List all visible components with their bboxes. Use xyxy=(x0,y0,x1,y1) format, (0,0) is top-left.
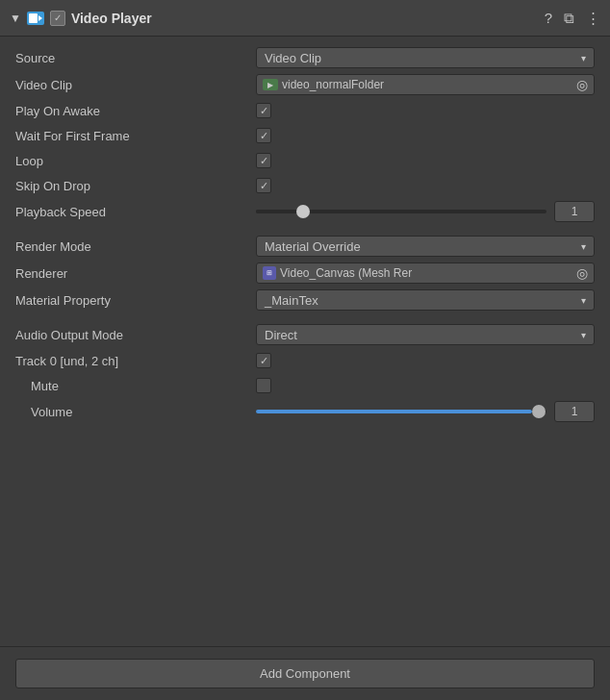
render-mode-value: Material Override xyxy=(265,239,361,254)
wait-first-frame-checkbox[interactable]: ✓ xyxy=(256,128,271,143)
volume-label: Volume xyxy=(15,405,256,419)
spacer-1 xyxy=(0,225,610,233)
video-clip-label: Video Clip xyxy=(15,78,256,92)
spacer-3 xyxy=(0,425,610,433)
source-control: Video Clip ▾ xyxy=(256,47,595,68)
render-mode-row: Render Mode Material Override ▾ xyxy=(0,233,610,260)
mute-checkbox[interactable] xyxy=(256,378,271,393)
material-property-value: _MainTex xyxy=(265,293,318,308)
skip-on-drop-checkmark: ✓ xyxy=(260,180,268,192)
component-header: ▼ ✓ Video Player ? ⧉ ⋮ xyxy=(0,0,610,37)
volume-row: Volume 1 xyxy=(0,398,610,425)
source-row: Source Video Clip ▾ xyxy=(0,44,610,71)
mute-control xyxy=(256,378,595,393)
video-clip-row: Video Clip ▶ video_normalFolder ◎ xyxy=(0,71,610,98)
mute-row: Mute xyxy=(0,373,610,398)
audio-output-mode-value: Direct xyxy=(265,328,297,342)
renderer-target-icon[interactable]: ◎ xyxy=(576,265,588,281)
renderer-row: Renderer ⊞ Video_Canvas (Mesh Rer ◎ xyxy=(0,260,610,287)
render-mode-control: Material Override ▾ xyxy=(256,236,595,257)
material-property-dropdown-arrow: ▾ xyxy=(581,295,586,306)
volume-fill xyxy=(256,410,532,413)
source-label: Source xyxy=(15,51,256,65)
playback-speed-fill xyxy=(256,210,296,213)
volume-control: 1 xyxy=(256,401,595,422)
render-mode-dropdown-arrow: ▾ xyxy=(581,241,586,252)
loop-checkbox[interactable]: ✓ xyxy=(256,153,271,168)
playback-speed-thumb[interactable] xyxy=(296,205,310,218)
play-on-awake-row: Play On Awake ✓ xyxy=(0,98,610,123)
mute-label: Mute xyxy=(15,379,256,393)
material-property-row: Material Property _MainTex ▾ xyxy=(0,287,610,313)
wait-first-frame-control: ✓ xyxy=(256,128,595,143)
settings-icon[interactable]: ⧉ xyxy=(564,10,574,27)
clip-target-icon[interactable]: ◎ xyxy=(576,77,588,92)
wait-first-frame-checkmark: ✓ xyxy=(260,130,268,142)
track0-checkmark: ✓ xyxy=(260,355,268,367)
clip-filename: video_normalFolder xyxy=(282,78,572,91)
playback-speed-control: 1 xyxy=(256,201,595,222)
skip-on-drop-control: ✓ xyxy=(256,178,595,193)
track0-checkbox[interactable]: ✓ xyxy=(256,353,271,368)
play-on-awake-label: Play On Awake xyxy=(15,104,256,118)
skip-on-drop-row: Skip On Drop ✓ xyxy=(0,173,610,198)
playback-speed-label: Playback Speed xyxy=(15,205,256,219)
render-mode-dropdown[interactable]: Material Override ▾ xyxy=(256,236,595,257)
play-on-awake-checkbox[interactable]: ✓ xyxy=(256,103,271,118)
help-icon[interactable]: ? xyxy=(545,10,552,26)
renderer-label: Renderer xyxy=(15,266,256,281)
component-footer: Add Component xyxy=(0,646,610,700)
add-component-button[interactable]: Add Component xyxy=(15,659,595,688)
video-clip-field[interactable]: ▶ video_normalFolder ◎ xyxy=(256,74,595,95)
render-mode-label: Render Mode xyxy=(15,239,256,254)
header-actions: ? ⧉ ⋮ xyxy=(545,10,600,27)
component-title: Video Player xyxy=(71,11,539,26)
audio-output-mode-dropdown-arrow: ▾ xyxy=(581,330,586,340)
material-property-label: Material Property xyxy=(15,293,256,308)
track0-control: ✓ xyxy=(256,353,595,368)
video-clip-control: ▶ video_normalFolder ◎ xyxy=(256,74,595,95)
renderer-field[interactable]: ⊞ Video_Canvas (Mesh Rer ◎ xyxy=(256,262,595,284)
material-property-dropdown[interactable]: _MainTex ▾ xyxy=(256,289,595,311)
source-dropdown[interactable]: Video Clip ▾ xyxy=(256,47,595,68)
spacer-4 xyxy=(0,433,610,440)
component-type-icon xyxy=(27,12,44,25)
renderer-value: Video_Canvas (Mesh Rer xyxy=(280,266,572,280)
skip-on-drop-checkbox[interactable]: ✓ xyxy=(256,178,271,193)
source-dropdown-arrow: ▾ xyxy=(581,53,586,63)
wait-first-frame-row: Wait For First Frame ✓ xyxy=(0,123,610,148)
volume-slider-container: 1 xyxy=(256,401,595,422)
volume-value[interactable]: 1 xyxy=(554,401,595,422)
play-on-awake-checkmark: ✓ xyxy=(260,105,268,117)
clip-thumbnail-icon: ▶ xyxy=(263,79,278,90)
renderer-control: ⊞ Video_Canvas (Mesh Rer ◎ xyxy=(256,262,595,284)
source-value: Video Clip xyxy=(265,51,321,65)
playback-speed-row: Playback Speed 1 xyxy=(0,198,610,225)
wait-first-frame-label: Wait For First Frame xyxy=(15,129,256,143)
audio-output-mode-row: Audio Output Mode Direct ▾ xyxy=(0,321,610,348)
component-enabled-checkbox[interactable]: ✓ xyxy=(50,11,65,26)
audio-output-mode-dropdown[interactable]: Direct ▾ xyxy=(256,324,595,345)
checkmark-icon: ✓ xyxy=(54,12,62,23)
playback-speed-value[interactable]: 1 xyxy=(554,201,595,222)
renderer-mesh-icon: ⊞ xyxy=(263,266,276,280)
svg-marker-1 xyxy=(38,15,42,21)
play-on-awake-control: ✓ xyxy=(256,103,595,118)
spacer-2 xyxy=(0,313,610,321)
loop-label: Loop xyxy=(15,154,256,168)
collapse-arrow[interactable]: ▼ xyxy=(10,12,21,25)
loop-checkmark: ✓ xyxy=(260,155,268,167)
more-options-icon[interactable]: ⋮ xyxy=(586,10,600,27)
loop-control: ✓ xyxy=(256,153,595,168)
video-player-panel: ▼ ✓ Video Player ? ⧉ ⋮ Source Video Clip… xyxy=(0,0,610,700)
audio-output-mode-control: Direct ▾ xyxy=(256,324,595,345)
loop-row: Loop ✓ xyxy=(0,148,610,173)
component-content: Source Video Clip ▾ Video Clip ▶ video_n… xyxy=(0,37,610,646)
playback-speed-slider-container: 1 xyxy=(256,201,595,222)
volume-thumb[interactable] xyxy=(532,405,546,418)
playback-speed-track[interactable] xyxy=(256,210,546,213)
skip-on-drop-label: Skip On Drop xyxy=(15,179,256,193)
volume-track[interactable] xyxy=(256,410,546,413)
track0-label: Track 0 [und, 2 ch] xyxy=(15,354,256,368)
audio-output-mode-label: Audio Output Mode xyxy=(15,328,256,342)
